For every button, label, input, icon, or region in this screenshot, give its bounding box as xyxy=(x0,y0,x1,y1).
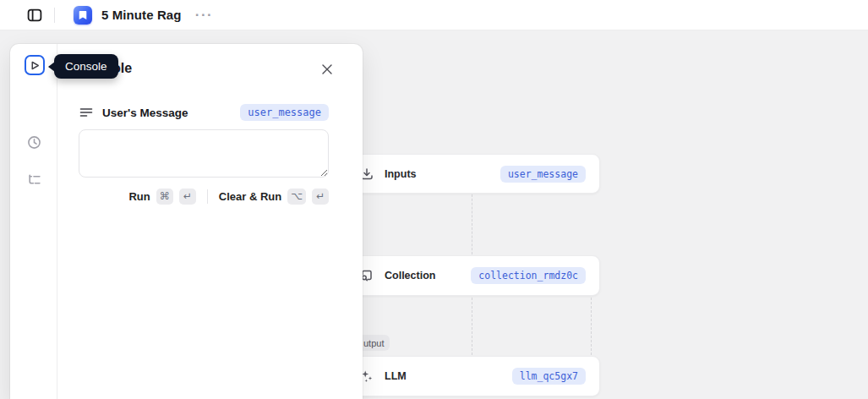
node-label: LLM xyxy=(385,370,407,382)
sidebar-toggle-icon[interactable] xyxy=(24,4,46,26)
panel-icon-rail xyxy=(10,44,57,399)
app-logo-icon xyxy=(74,6,92,25)
more-menu-icon[interactable]: ··· xyxy=(194,5,216,25)
return-key-icon: ↵ xyxy=(312,189,329,205)
node-inputs[interactable]: Inputs user_message xyxy=(350,154,600,194)
node-id-badge: collection_rmdz0c xyxy=(471,267,586,284)
run-label: Run xyxy=(128,190,150,203)
tooltip-text: Console xyxy=(65,60,107,73)
input-field-row: User's Message user_message xyxy=(79,102,329,123)
node-id-badge: llm_qc5gx7 xyxy=(512,368,586,385)
console-content: Console User's Message user_message Run … xyxy=(57,44,349,399)
clear-and-run-button[interactable]: Clear & Run ⌥ ↵ xyxy=(219,189,329,205)
history-clock-icon[interactable] xyxy=(22,130,46,154)
actions-divider xyxy=(207,189,208,204)
edge-inputs-collection xyxy=(472,194,472,254)
node-label: Collection xyxy=(385,270,435,281)
console-panel: Console User's Message user_message Run … xyxy=(10,44,363,399)
console-actions: Run ⌘ ↵ Clear & Run ⌥ ↵ xyxy=(79,188,329,205)
option-key-icon: ⌥ xyxy=(287,189,306,205)
node-collection[interactable]: Collection collection_rmdz0c xyxy=(350,255,600,296)
command-key-icon: ⌘ xyxy=(156,189,173,205)
node-llm[interactable]: LLM llm_qc5gx7 xyxy=(350,356,600,396)
edge-label-text: utput xyxy=(363,338,384,348)
close-icon[interactable] xyxy=(319,62,335,77)
console-tooltip: Console xyxy=(54,54,118,79)
edge-collection-llm xyxy=(472,298,472,355)
structure-tree-icon[interactable] xyxy=(22,167,46,191)
user-message-input[interactable] xyxy=(79,129,329,178)
node-id-badge: user_message xyxy=(500,166,586,183)
console-tab-play-icon[interactable] xyxy=(25,55,45,75)
edge-secondary-llm xyxy=(591,298,592,355)
field-label: User's Message xyxy=(102,107,188,119)
clear-run-label: Clear & Run xyxy=(219,190,281,203)
page-title: 5 Minute Rag xyxy=(101,8,182,22)
top-bar: 5 Minute Rag ··· xyxy=(0,0,868,30)
node-label: Inputs xyxy=(385,168,417,180)
topbar-divider xyxy=(54,8,55,23)
return-key-icon: ↵ xyxy=(179,189,196,205)
text-lines-icon xyxy=(79,105,94,120)
field-variable-badge: user_message xyxy=(240,104,329,121)
run-button[interactable]: Run ⌘ ↵ xyxy=(128,189,195,205)
